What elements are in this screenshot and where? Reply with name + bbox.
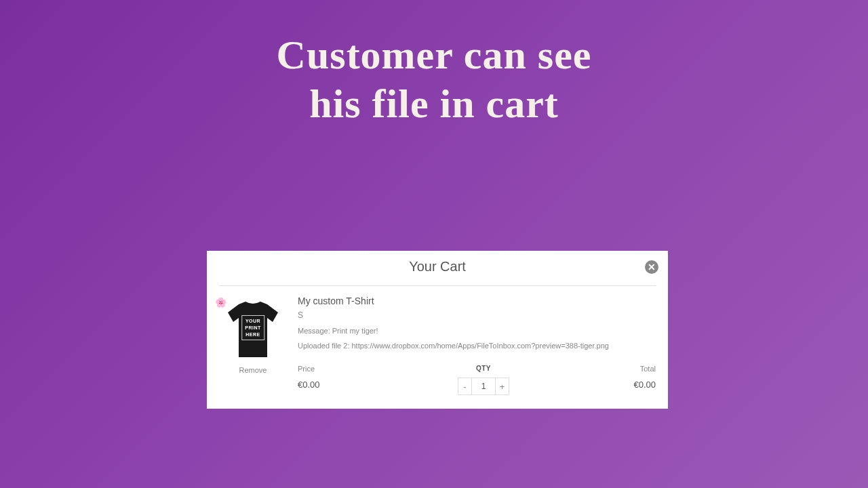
product-column: 🌸 YOURPRINTHERE Remove bbox=[219, 296, 287, 395]
tshirt-icon: YOURPRINTHERE bbox=[225, 299, 281, 360]
headline-line-1: Customer can see bbox=[0, 30, 868, 79]
total-block: Total €0.00 bbox=[574, 365, 656, 390]
qty-stepper: - + bbox=[458, 378, 509, 395]
product-message: Message: Print my tiger! bbox=[298, 327, 656, 335]
product-image: 🌸 YOURPRINTHERE bbox=[219, 296, 287, 363]
remove-button[interactable]: Remove bbox=[219, 366, 287, 374]
product-variant: S bbox=[298, 310, 656, 320]
product-name: My custom T-Shirt bbox=[298, 296, 656, 306]
headline-line-2: his file in cart bbox=[0, 79, 868, 128]
uploaded-file-link[interactable]: Uploaded file 2: https://www.dropbox.com… bbox=[298, 342, 656, 350]
cart-item: 🌸 YOURPRINTHERE Remove My custom T-Shirt… bbox=[219, 296, 656, 395]
divider bbox=[219, 285, 656, 286]
price-block: Price €0.00 bbox=[298, 365, 393, 390]
price-value: €0.00 bbox=[298, 380, 393, 390]
total-value: €0.00 bbox=[574, 380, 656, 390]
close-icon[interactable]: ✕ bbox=[645, 260, 658, 274]
marketing-headline: Customer can see his file in cart bbox=[0, 0, 868, 128]
details-column: My custom T-Shirt S Message: Print my ti… bbox=[298, 296, 656, 395]
cart-title: Your Cart bbox=[219, 259, 656, 274]
qty-block: QTY - + bbox=[393, 365, 574, 395]
print-placeholder-text: YOURPRINTHERE bbox=[241, 315, 264, 340]
price-label: Price bbox=[298, 365, 393, 373]
qty-label: QTY bbox=[393, 365, 574, 372]
total-label: Total bbox=[574, 365, 656, 373]
cart-header: Your Cart ✕ bbox=[219, 259, 656, 285]
qty-decrease-button[interactable]: - bbox=[458, 378, 472, 394]
price-row: Price €0.00 QTY - + Total €0.00 bbox=[298, 365, 656, 395]
cart-panel: Your Cart ✕ 🌸 YOURPRINTHERE Remove My cu… bbox=[207, 251, 668, 409]
qty-input[interactable] bbox=[472, 378, 495, 394]
qty-increase-button[interactable]: + bbox=[495, 378, 509, 394]
